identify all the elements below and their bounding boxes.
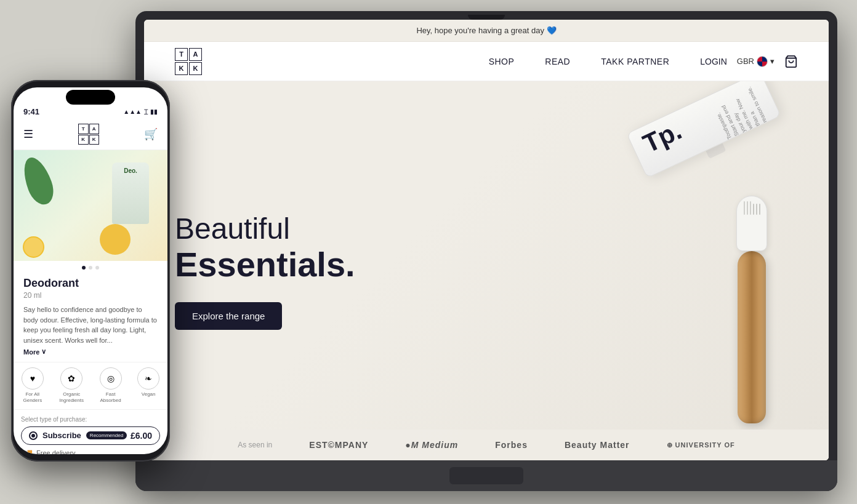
- phone-logo-a: A: [89, 124, 100, 134]
- hero-subtitle: Beautiful: [175, 212, 355, 246]
- deo-tube: Deo.: [112, 162, 149, 224]
- lemon-decoration: [100, 224, 131, 255]
- logo-cell-t: T: [175, 48, 188, 61]
- feature-all-genders: ♥ For AllGenders: [22, 367, 44, 404]
- phone-screen: 9:41 ▲▲▲ ⌶ ▮▮ ☰ T A K K 🛒 Deo.: [14, 87, 167, 454]
- nav-read[interactable]: READ: [545, 57, 570, 66]
- dynamic-island: [66, 90, 115, 105]
- feature-label-vegan: Vegan: [142, 391, 156, 398]
- tp-logo: Tp.: [639, 118, 685, 158]
- press-logo-university: ⊕ UNIVERSITY OF: [667, 441, 735, 449]
- feature-label-all-genders: For AllGenders: [23, 391, 42, 404]
- feature-label-organic: OrganicIngredients: [59, 391, 84, 404]
- announcement-text: Hey, hope you're having a great day 💙: [416, 26, 556, 35]
- battery-icon: ▮▮: [150, 108, 158, 115]
- cart-icon[interactable]: [784, 55, 798, 68]
- feature-organic: ✿ OrganicIngredients: [59, 367, 84, 404]
- phone-logo-t: T: [78, 124, 89, 134]
- navigation: T A K K SHOP READ TAKK PARTNER LOGIN GBR…: [144, 42, 829, 81]
- nav-partner[interactable]: TAKK PARTNER: [601, 57, 669, 66]
- laptop-screen: Hey, hope you're having a great day 💙 T …: [144, 20, 829, 460]
- carousel-dots: [14, 261, 167, 274]
- product-features: ♥ For AllGenders ✿ OrganicIngredients ◎ …: [14, 362, 167, 410]
- logo-cell-k2: K: [189, 62, 202, 75]
- feature-vegan: ❧ Vegan: [137, 367, 159, 404]
- press-logo-estcompany: EST©MPANY: [309, 440, 368, 450]
- delivery-icon: 🚚: [23, 449, 33, 454]
- phone-product-info: Deodorant 20 ml Say hello to confidence …: [14, 274, 167, 356]
- subscribe-option[interactable]: Subscribe Recommended £6.00: [21, 426, 160, 445]
- hamburger-icon[interactable]: ☰: [23, 127, 33, 141]
- phone-cart-icon[interactable]: 🛒: [144, 127, 158, 141]
- phone-shell: 9:41 ▲▲▲ ⌶ ▮▮ ☰ T A K K 🛒 Deo.: [11, 80, 170, 462]
- lemon-half: [23, 236, 44, 258]
- phone-product-image: Deo.: [14, 150, 167, 261]
- chevron-down-icon: ▾: [770, 57, 775, 66]
- hero-content: Beautiful Essentials. Explore the range: [175, 212, 355, 330]
- login-link[interactable]: LOGIN: [700, 57, 727, 66]
- website-content: Hey, hope you're having a great day 💙 T …: [144, 20, 829, 460]
- press-logo-forbes: Forbes: [495, 440, 528, 450]
- announcement-bar: Hey, hope you're having a great day 💙: [144, 20, 829, 42]
- region-selector[interactable]: GBR ▾: [737, 56, 775, 67]
- recommended-badge: Recommended: [86, 431, 127, 439]
- carousel-dot-1: [82, 266, 86, 270]
- phone-logo-k1: K: [78, 135, 89, 145]
- as-seen-in-bar: As seen in EST©MPANY ●M Medium Forbes Be…: [144, 430, 829, 460]
- subscribe-label: Subscribe: [42, 431, 81, 440]
- product-visual: Tp. Toothpaste.Start and end your daywit…: [384, 81, 829, 460]
- logo[interactable]: T A K K: [175, 48, 202, 75]
- free-delivery-label: Free delivery: [36, 449, 76, 454]
- purchase-label: Select type of purchase:: [21, 416, 160, 423]
- product-description: Say hello to confidence and goodbye to b…: [23, 305, 158, 345]
- laptop-notch: [468, 15, 505, 20]
- chevron-right-icon: ∨: [41, 348, 46, 356]
- as-seen-label: As seen in: [238, 441, 272, 449]
- signal-icon: ▲▲▲: [123, 108, 142, 115]
- phone-logo-k2: K: [89, 135, 100, 145]
- status-time: 9:41: [23, 107, 39, 116]
- phone-navigation: ☰ T A K K 🛒: [14, 121, 167, 150]
- more-button[interactable]: More ∨: [23, 348, 158, 356]
- toothpaste-label: Toothpaste.Start and end your daywith me…: [709, 82, 769, 140]
- radio-selected: [31, 434, 35, 438]
- toothbrush-visual: [736, 196, 767, 423]
- organic-icon: ✿: [60, 367, 82, 390]
- feature-label-fast-absorbed: FastAbsorbed: [100, 391, 121, 404]
- laptop-base: [135, 460, 837, 491]
- hero-title: Essentials.: [175, 246, 355, 284]
- vegan-icon: ❧: [137, 367, 159, 390]
- carousel-dot-3: [95, 266, 99, 270]
- radio-button[interactable]: [29, 431, 38, 440]
- trackpad: [449, 467, 523, 484]
- feature-fast-absorbed: ◎ FastAbsorbed: [100, 367, 122, 404]
- laptop-shell: Hey, hope you're having a great day 💙 T …: [135, 11, 837, 491]
- status-icons: ▲▲▲ ⌶ ▮▮: [123, 108, 158, 115]
- leaf-decoration: [18, 154, 58, 209]
- logo-cell-a: A: [189, 48, 202, 61]
- region-label: GBR: [737, 57, 754, 66]
- product-name: Deodorant: [23, 277, 158, 290]
- hero-section: Tp. Toothpaste.Start and end your daywit…: [144, 81, 829, 460]
- product-size: 20 ml: [23, 291, 158, 300]
- nav-shop[interactable]: SHOP: [489, 57, 515, 66]
- phone-logo[interactable]: T A K K: [78, 124, 99, 145]
- nav-links: SHOP READ TAKK PARTNER: [489, 57, 670, 66]
- wifi-icon: ⌶: [144, 108, 148, 115]
- purchase-section: Select type of purchase: Subscribe Recom…: [14, 416, 167, 454]
- fast-absorbed-icon: ◎: [100, 367, 122, 390]
- carousel-dot-2: [89, 266, 92, 270]
- explore-range-button[interactable]: Explore the range: [175, 302, 282, 330]
- flag-icon: [757, 56, 768, 67]
- all-genders-icon: ♥: [22, 367, 44, 390]
- press-logo-medium: ●M Medium: [405, 440, 458, 450]
- deo-label: Deo.: [112, 162, 149, 174]
- logo-cell-k1: K: [175, 62, 188, 75]
- nav-right: LOGIN GBR ▾: [700, 55, 798, 68]
- press-logo-beauty-matter: Beauty Matter: [565, 440, 630, 450]
- subscribe-left: Subscribe Recommended: [29, 431, 127, 440]
- product-price: £6.00: [131, 431, 152, 441]
- free-delivery-row: 🚚 Free delivery: [21, 449, 160, 454]
